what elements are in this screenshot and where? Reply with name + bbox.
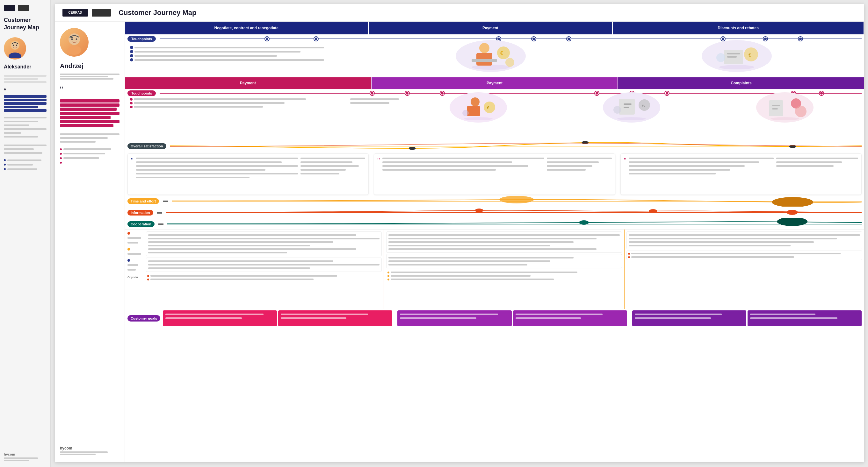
action-card-2b	[386, 254, 622, 268]
data-dot-pink	[130, 98, 132, 101]
goal-block-3	[397, 310, 512, 326]
svg-text:€: €	[500, 51, 503, 56]
action-card-3a	[626, 231, 862, 249]
svg-rect-20	[727, 56, 737, 58]
doc-avatar-illustration	[62, 30, 87, 55]
action-notes-3	[626, 251, 862, 260]
svg-point-51	[579, 220, 589, 225]
quote-text	[136, 157, 298, 191]
bullet-item	[4, 168, 46, 171]
svg-point-4	[16, 44, 17, 46]
satisfaction-row: Overall satisfaction	[125, 139, 864, 154]
satisfaction-label: Overall satisfaction	[127, 143, 166, 149]
svg-point-21	[744, 47, 758, 61]
action-notes-2	[386, 270, 622, 282]
svg-point-25	[471, 97, 479, 106]
tp-dot	[567, 37, 571, 41]
left-sidebar: Customer Journey Map Aleksander “	[0, 0, 51, 467]
action-notes-1	[146, 273, 382, 282]
information-label: Information	[127, 210, 153, 215]
illus-svg-pay1: €	[453, 94, 504, 121]
sidebar-text-block2	[4, 144, 46, 155]
svg-text:%: %	[642, 103, 645, 108]
doc-bullet-item	[60, 161, 120, 164]
data-dot	[130, 58, 133, 61]
information-svg	[166, 207, 862, 218]
doc-title: Customer Journey Map	[119, 9, 196, 17]
doc-bullet-list	[60, 148, 120, 164]
action-card-1a	[146, 231, 382, 256]
illustration-bubble-1: €	[456, 40, 526, 72]
action-card-2a	[386, 231, 622, 253]
hycom-label: hycom	[4, 453, 46, 456]
doc-persona-desc	[60, 73, 120, 80]
tp-line-1	[160, 38, 862, 39]
doc-header: CERRAD Customer Journey Map	[55, 4, 864, 22]
sidebar-text-block	[4, 116, 46, 138]
cooperation-line	[167, 224, 862, 225]
document-panel: CERRAD Customer Journey Map Andrzej	[55, 4, 864, 462]
doc-hycom-footer: hycom	[60, 446, 120, 456]
svg-point-30	[617, 117, 646, 120]
tp-dot	[532, 37, 536, 41]
svg-point-14	[497, 46, 510, 59]
phase-payment: Payment	[369, 22, 613, 34]
svg-point-34	[613, 106, 621, 114]
data-dot-pink	[130, 106, 132, 108]
data-col-1	[127, 46, 370, 66]
doc-logos: CERRAD	[62, 9, 111, 16]
svg-rect-19	[727, 53, 740, 55]
legend-dot-blue	[127, 259, 130, 262]
avatar-illustration	[5, 39, 25, 58]
cooperation-svg	[167, 218, 862, 230]
illus-area-2: € %	[402, 98, 862, 117]
bullet-dot-pink	[60, 153, 62, 155]
te-dash	[163, 201, 168, 202]
svg-point-48	[475, 208, 483, 212]
quote-text-2	[382, 157, 544, 191]
bullet-dot-pink	[60, 148, 62, 150]
svg-rect-42	[772, 108, 778, 109]
illus-row-2: € %	[402, 92, 862, 123]
logo-orion	[18, 5, 29, 11]
doc-bullet-item	[60, 152, 120, 155]
note-dot-yellow	[388, 275, 390, 277]
doc-quote-icon: "	[60, 85, 120, 95]
quote-mark: "	[131, 157, 133, 191]
touchpoints-label-2: Touchpoints	[127, 91, 156, 96]
persona-section: Andrzej "	[55, 22, 125, 462]
svg-rect-8	[70, 37, 73, 38]
actions-area: Opportu...	[125, 229, 864, 309]
quote-card-3: "	[620, 154, 862, 195]
svg-point-47	[772, 197, 813, 207]
hycom-logo-area: hycom	[4, 453, 46, 462]
tp-dot	[764, 37, 767, 41]
customer-goals-row: Customer goals	[125, 309, 864, 328]
cooperation-row: Cooperation	[125, 219, 864, 229]
goal-block-2	[278, 310, 392, 326]
logo-area	[4, 5, 46, 11]
bullet-dot	[4, 159, 6, 161]
svg-point-27	[484, 102, 495, 113]
goal-block-5	[632, 310, 746, 326]
goal-block-6	[748, 310, 862, 326]
illus-bubble-pay1: €	[450, 92, 507, 123]
actions-legend: Opportu...	[125, 230, 144, 309]
time-effort-line	[172, 201, 862, 201]
quote-card-2: "	[374, 154, 615, 195]
svg-point-52	[777, 218, 807, 226]
note-dot	[147, 278, 149, 280]
doc-bullet-item	[60, 157, 120, 160]
note-dot-orange	[628, 256, 630, 258]
time-effort-label: Time and effort	[127, 198, 159, 204]
doc-persona-detail	[60, 133, 120, 143]
satisfaction-svg-orange	[170, 139, 862, 152]
svg-point-24	[464, 117, 493, 120]
customer-goals-label: Customer goals	[127, 315, 160, 322]
svg-point-50	[786, 210, 798, 215]
payment-phase-2: Payment	[372, 77, 618, 89]
bullet-dot-pink	[60, 162, 62, 164]
quote-mark-3: "	[624, 157, 626, 191]
note-dot-orange	[628, 253, 630, 255]
information-row: Information	[125, 207, 864, 218]
